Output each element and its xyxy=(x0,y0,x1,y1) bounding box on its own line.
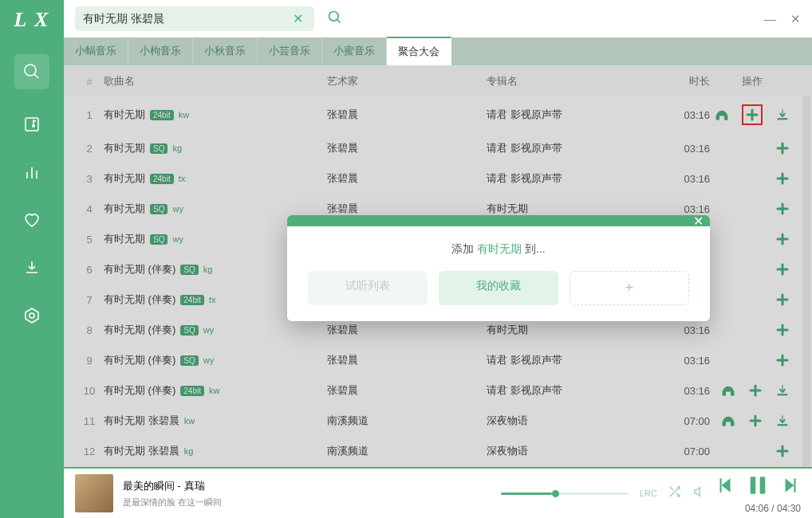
play-time: 04:06 / 04:30 xyxy=(745,503,801,514)
svg-line-1 xyxy=(34,74,38,78)
add-to-playlist-modal: ✕ 添加 有时无期 到... 试听列表 我的收藏 + xyxy=(287,215,710,321)
svg-rect-14 xyxy=(731,391,734,395)
progress-bar[interactable] xyxy=(501,492,629,495)
duration: 03:16 xyxy=(654,355,710,367)
col-duration[interactable]: 时长 xyxy=(654,74,710,88)
duration: 03:16 xyxy=(654,385,710,397)
shuffle-icon[interactable] xyxy=(668,485,681,501)
row-index: 8 xyxy=(75,324,104,336)
duration: 03:16 xyxy=(654,109,710,121)
tab-4[interactable]: 小蜜音乐 xyxy=(322,37,387,65)
album-name: 请君 影视原声带 xyxy=(487,141,654,155)
add-icon[interactable] xyxy=(775,141,790,155)
clear-search-icon[interactable]: ✕ xyxy=(290,11,306,26)
nav-settings[interactable] xyxy=(19,303,45,328)
listen-icon[interactable] xyxy=(721,414,735,428)
col-album[interactable]: 专辑名 xyxy=(487,74,654,88)
table-row[interactable]: 9有时无期 (伴奏)SQwy张碧晨请君 影视原声带03:16 xyxy=(64,345,812,375)
modal-close-icon[interactable]: ✕ xyxy=(693,214,704,229)
add-icon[interactable] xyxy=(775,171,790,186)
modal-title: 添加 有时无期 到... xyxy=(303,242,694,257)
album-name: 有时无期 xyxy=(487,323,654,337)
add-icon[interactable] xyxy=(775,444,790,458)
tab-2[interactable]: 小秋音乐 xyxy=(193,37,258,65)
scrollbar[interactable] xyxy=(802,96,810,467)
row-index: 10 xyxy=(75,385,104,397)
song-title: 有时无期 (伴奏)SQwy xyxy=(104,353,327,367)
tab-1[interactable]: 小枸音乐 xyxy=(128,37,193,65)
row-index: 11 xyxy=(75,415,104,427)
song-title: 有时无期 张碧晨kw xyxy=(104,414,327,428)
row-index: 9 xyxy=(75,355,104,367)
add-icon[interactable] xyxy=(742,104,763,125)
add-icon[interactable] xyxy=(775,202,790,216)
search-icon[interactable] xyxy=(322,10,348,29)
tab-0[interactable]: 小蜗音乐 xyxy=(64,37,128,65)
duration: 07:00 xyxy=(654,445,710,457)
add-icon[interactable] xyxy=(748,414,763,428)
col-artist[interactable]: 艺术家 xyxy=(327,74,487,88)
listen-icon[interactable] xyxy=(721,383,735,398)
nav-charts[interactable] xyxy=(19,159,45,185)
song-title: 有时无期SQwy xyxy=(104,202,327,216)
table-row[interactable]: 3有时无期24bittx张碧晨请君 影视原声带03:16 xyxy=(64,163,812,194)
add-icon[interactable] xyxy=(775,232,790,246)
artist-name: 张碧晨 xyxy=(327,202,487,216)
listen-icon[interactable] xyxy=(715,108,729,122)
nav-search[interactable] xyxy=(14,54,49,89)
artist-name: 张碧晨 xyxy=(327,171,487,186)
app-logo: L X xyxy=(14,8,50,32)
add-icon[interactable] xyxy=(775,353,790,367)
duration: 03:16 xyxy=(654,324,710,336)
prev-button[interactable] xyxy=(715,475,735,499)
row-index: 2 xyxy=(75,143,104,155)
artist-name: 南溪频道 xyxy=(327,444,487,458)
table-row[interactable]: 10有时无期 (伴奏)24bitkw张碧晨请君 影视原声带03:16 xyxy=(64,375,812,406)
download-icon[interactable] xyxy=(775,108,790,122)
tab-3[interactable]: 小芸音乐 xyxy=(258,37,322,65)
next-button[interactable] xyxy=(780,475,801,499)
table-row[interactable]: 1有时无期24bitkw张碧晨请君 影视原声带03:16 xyxy=(64,96,812,133)
add-icon[interactable] xyxy=(775,262,790,277)
col-song[interactable]: 歌曲名 xyxy=(104,74,327,88)
add-icon[interactable] xyxy=(775,323,790,337)
modal-btn-favorites[interactable]: 我的收藏 xyxy=(439,271,558,305)
album-name: 请君 影视原声带 xyxy=(487,171,654,186)
svg-point-0 xyxy=(25,65,36,76)
duration: 07:00 xyxy=(654,415,710,427)
song-title: 有时无期 (伴奏)24bitkw xyxy=(104,383,327,398)
search-box[interactable]: ✕ xyxy=(75,6,314,31)
window-minimize[interactable]: — xyxy=(764,12,776,26)
table-row[interactable]: 2有时无期SQkg张碧晨请君 影视原声带03:16 xyxy=(64,133,812,163)
table-row[interactable]: 12有时无期 张碧晨kg南溪频道深夜物语07:00 xyxy=(64,436,812,466)
album-name: 请君 影视原声带 xyxy=(487,383,654,398)
row-index: 3 xyxy=(75,173,104,185)
svg-rect-13 xyxy=(723,391,725,395)
artist-name: 张碧晨 xyxy=(327,323,487,337)
download-icon[interactable] xyxy=(775,414,790,428)
lyrics-icon[interactable]: LRC xyxy=(640,489,657,498)
row-index: 1 xyxy=(75,109,104,121)
col-ops: 操作 xyxy=(710,74,801,88)
nav-downloads[interactable] xyxy=(19,255,45,281)
svg-point-8 xyxy=(30,313,34,318)
now-playing-lyric: 是最深情的脸 在这一瞬间 xyxy=(123,496,222,508)
add-icon[interactable] xyxy=(748,383,763,398)
song-title: 有时无期SQkg xyxy=(104,141,327,155)
svg-rect-15 xyxy=(723,422,725,426)
add-icon[interactable] xyxy=(775,292,790,307)
album-name: 请君 影视原声带 xyxy=(487,108,654,122)
tab-5[interactable]: 聚合大会 xyxy=(387,37,451,65)
modal-btn-new-list[interactable]: + xyxy=(570,271,689,305)
album-name: 请君 影视原声带 xyxy=(487,353,654,367)
table-row[interactable]: 11有时无期 张碧晨kw南溪频道深夜物语07:00 xyxy=(64,406,812,436)
search-input[interactable] xyxy=(83,13,290,26)
download-icon[interactable] xyxy=(775,383,790,398)
nav-favorites[interactable] xyxy=(19,207,45,233)
play-pause-button[interactable] xyxy=(745,473,771,501)
volume-icon[interactable] xyxy=(692,485,705,501)
modal-btn-trial-list[interactable]: 试听列表 xyxy=(308,271,428,305)
album-cover[interactable] xyxy=(75,474,113,512)
window-close[interactable]: ✕ xyxy=(790,12,801,26)
nav-library[interactable] xyxy=(19,112,45,137)
